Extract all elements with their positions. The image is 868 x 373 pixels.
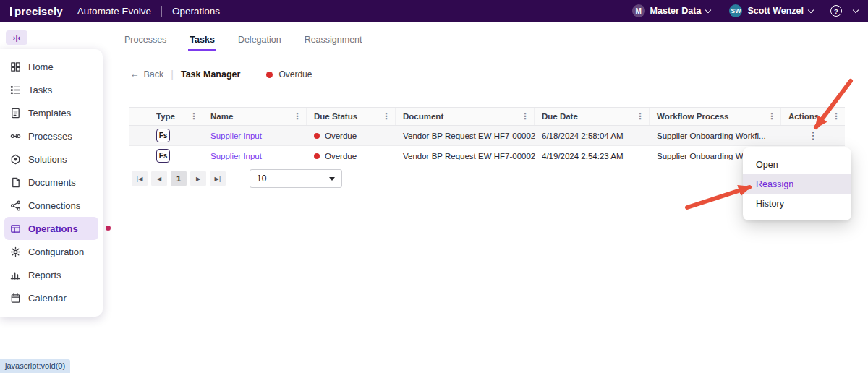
column-menu-icon[interactable]: ⋮ xyxy=(382,111,391,121)
name-cell: Supplier Input xyxy=(203,132,307,140)
column-header-workflow-process: Workflow Process⋮ xyxy=(650,108,781,125)
column-header-due-status: Due Status⋮ xyxy=(307,108,396,125)
column-menu-icon[interactable]: ⋮ xyxy=(832,111,841,121)
column-menu-icon[interactable]: ⋮ xyxy=(190,111,198,121)
processes-icon xyxy=(10,131,21,142)
sidebar: Home Tasks Templates Processes Solutions… xyxy=(0,49,103,317)
current-page-button[interactable]: 1 xyxy=(171,171,187,186)
arrow-to-reassign-item xyxy=(687,187,749,207)
chevron-down-icon[interactable] xyxy=(853,7,859,12)
forms-type-badge[interactable]: Fs xyxy=(156,129,170,142)
tab-processes[interactable]: Processes xyxy=(123,29,168,51)
solutions-icon xyxy=(10,154,21,165)
home-icon xyxy=(10,61,21,72)
annotation-arrows xyxy=(0,0,868,373)
column-header-type: Type⋮ xyxy=(129,108,203,125)
tab-delegation[interactable]: Delegation xyxy=(237,29,283,51)
topbar: precisely Automate Evolve Operations M M… xyxy=(0,0,868,22)
sidebar-item-reports[interactable]: Reports xyxy=(0,263,103,286)
sidebar-item-label: Solutions xyxy=(28,154,67,165)
sidebar-item-label: Templates xyxy=(28,108,71,119)
due-date-cell: 6/18/2024 2:58:04 AM xyxy=(535,132,650,140)
help-icon[interactable]: ? xyxy=(830,5,842,17)
due-date-cell: 4/19/2024 2:54:23 AM xyxy=(535,152,650,160)
chevron-down-icon[interactable] xyxy=(705,7,711,12)
topbar-right: M Master Data SW Scott Wenzel ? xyxy=(632,4,858,17)
back-label: Back xyxy=(144,69,164,80)
tab-reassignment[interactable]: Reassignment xyxy=(303,29,364,51)
logo-text: precisely xyxy=(14,5,63,17)
sidebar-item-label: Documents xyxy=(28,177,76,188)
table-header-row: Type⋮ Name⋮ Due Status⋮ Document⋮ Due Da… xyxy=(129,107,845,126)
reports-icon xyxy=(10,270,21,280)
due-status-cell: Overdue xyxy=(307,152,396,160)
workflow-process-cell: Supplier Onboarding Workfl... xyxy=(650,132,781,140)
overdue-filter-badge[interactable]: Overdue xyxy=(266,69,312,80)
configuration-icon xyxy=(10,246,21,257)
sidebar-item-documents[interactable]: Documents xyxy=(0,171,103,194)
row-actions-menu-icon[interactable]: ⋮ xyxy=(809,130,818,141)
sidebar-collapse-button[interactable]: ›|‹ xyxy=(6,30,27,45)
type-cell: Fs xyxy=(129,129,203,142)
sidebar-item-label: Connections xyxy=(28,200,80,211)
sidebar-item-label: Reports xyxy=(28,270,61,280)
previous-page-button[interactable]: ◀ xyxy=(151,171,167,186)
sidebar-item-home[interactable]: Home xyxy=(0,55,103,78)
user-menu[interactable]: Scott Wenzel xyxy=(747,6,804,16)
org-badge: M xyxy=(632,4,645,17)
breadcrumb: ← Back | Task Manager Overdue xyxy=(130,69,312,80)
document-cell: Vendor BP Request EW HF7-0000253 xyxy=(396,132,535,140)
sidebar-item-operations[interactable]: Operations xyxy=(4,217,98,240)
sidebar-item-solutions[interactable]: Solutions xyxy=(0,147,103,171)
context-menu-item-reassign[interactable]: Reassign xyxy=(743,174,851,194)
logo-mark-icon xyxy=(10,7,12,16)
table-row[interactable]: Fs Supplier Input Overdue Vendor BP Requ… xyxy=(129,126,845,146)
sidebar-item-connections[interactable]: Connections xyxy=(0,194,103,217)
forms-type-badge[interactable]: Fs xyxy=(156,149,170,163)
column-menu-icon[interactable]: ⋮ xyxy=(521,111,529,121)
back-button[interactable]: ← Back xyxy=(130,69,163,80)
next-page-button[interactable]: ▶ xyxy=(190,171,206,186)
column-menu-icon[interactable]: ⋮ xyxy=(636,111,644,121)
column-header-name: Name⋮ xyxy=(203,108,307,125)
sidebar-item-calendar[interactable]: Calendar xyxy=(0,286,103,309)
task-name-link[interactable]: Supplier Input xyxy=(210,132,262,140)
current-section: Operations xyxy=(172,6,220,17)
overdue-filter-label: Overdue xyxy=(278,69,312,80)
column-menu-icon[interactable]: ⋮ xyxy=(293,111,302,121)
chevron-down-icon[interactable] xyxy=(808,7,814,12)
sidebar-item-label: Calendar xyxy=(28,293,67,304)
operations-notification-dot xyxy=(106,226,111,231)
context-menu-item-open[interactable]: Open xyxy=(743,155,851,174)
sidebar-item-label: Home xyxy=(28,61,54,72)
column-menu-icon[interactable]: ⋮ xyxy=(767,111,776,121)
table-row[interactable]: Fs Supplier Input Overdue Vendor BP Requ… xyxy=(129,146,845,166)
first-page-button[interactable]: |◀ xyxy=(132,171,148,186)
org-switcher[interactable]: Master Data xyxy=(650,6,702,16)
type-cell: Fs xyxy=(129,149,203,163)
sidebar-item-processes[interactable]: Processes xyxy=(0,124,103,147)
sidebar-item-label: Tasks xyxy=(28,85,52,95)
page-size-select[interactable]: 10 xyxy=(250,169,342,188)
sidebar-item-configuration[interactable]: Configuration xyxy=(0,240,103,263)
pagination: |◀ ◀ 1 ▶ ▶| 10 xyxy=(132,169,342,188)
overdue-dot-icon xyxy=(314,133,320,139)
last-page-button[interactable]: ▶| xyxy=(210,171,226,186)
tab-bar: Processes Tasks Delegation Reassignment xyxy=(123,29,364,51)
user-avatar[interactable]: SW xyxy=(729,4,742,17)
overdue-dot-icon xyxy=(266,72,273,78)
documents-icon xyxy=(10,177,21,188)
task-table: Type⋮ Name⋮ Due Status⋮ Document⋮ Due Da… xyxy=(129,107,845,166)
precisely-logo: precisely xyxy=(10,5,63,17)
column-header-actions: Actions⋮ xyxy=(781,108,845,125)
tab-tasks[interactable]: Tasks xyxy=(188,29,216,51)
tasks-icon xyxy=(10,85,21,95)
sidebar-item-tasks[interactable]: Tasks xyxy=(0,78,103,101)
back-arrow-icon: ← xyxy=(130,69,140,80)
product-name: Automate Evolve xyxy=(77,6,151,17)
task-name-link[interactable]: Supplier Input xyxy=(210,152,262,160)
sidebar-item-templates[interactable]: Templates xyxy=(0,101,103,124)
context-menu-item-history[interactable]: History xyxy=(743,194,851,213)
document-cell: Vendor BP Request EW HF7-0000238 xyxy=(396,152,535,160)
sidebar-item-label: Processes xyxy=(28,131,72,142)
